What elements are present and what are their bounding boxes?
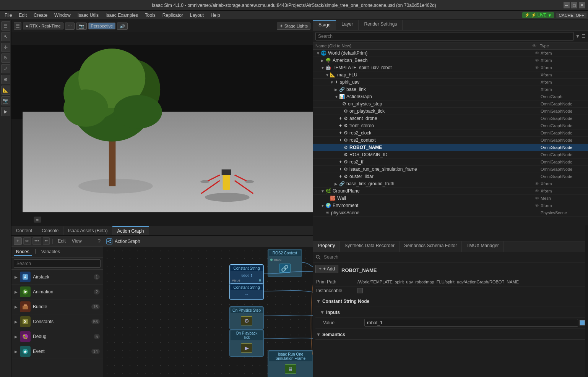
tree-row-ros2ctx[interactable]: + ⚙ ros2_context OmniGraphNode [313,137,588,144]
restore-button[interactable]: □ [571,2,577,8]
menu-replicator[interactable]: Replicator [159,12,186,19]
stage-tab-stage[interactable]: Stage [313,20,336,30]
universal-tool-button[interactable]: ⊕ [1,75,10,84]
category-debug[interactable]: ▶ 🐛 Debug 5 [11,329,103,344]
tree-row-playback[interactable]: ⚙ on_playback_tick OmniGraphNode [313,108,588,115]
value-input[interactable] [364,319,578,327]
graph-edit-label[interactable]: Edit [55,238,68,244]
tree-row-wall[interactable]: 🧱 Wall 👁 Mesh [313,195,588,202]
renderer-button[interactable]: ● RTX - Real-Time [23,23,63,29]
stage-tab-render[interactable]: Render Settings [359,20,403,30]
category-event[interactable]: ▶ Event 14 [11,344,103,359]
tree-row-baselink[interactable]: ▶ 🔗 base_link Xform [313,86,588,93]
node-add-button[interactable]: + [14,237,22,245]
tree-row-robotname[interactable]: ⚙ ROBOT_NAME OmniGraphNode [313,144,588,151]
tree-row-world[interactable]: ▼ 🌐 World (defaultPrim) 👁 Xform [313,50,588,57]
tree-row-ground-truth[interactable]: ▶ 🔗 base_link_ground_truth 👁 Xform [313,180,588,188]
tree-row-ros2tf[interactable]: + ⚙ ros2_tf OmniGraphNode [313,159,588,166]
node-scrollbar[interactable] [585,225,588,377]
node-pencil-button[interactable]: ✏ [23,237,31,245]
menu-isaac-utils[interactable]: Isaac Utils [75,12,102,19]
tree-row-ouster[interactable]: + ⚙ ouster_lidar OmniGraphNode [313,173,588,180]
viewport-options-button[interactable]: ⋯ [65,23,75,30]
ros2-context-node[interactable]: ROS2 Context exec 🔗 [268,249,302,277]
tree-row-isaac-sim[interactable]: + ⚙ isaac_run_one_simulation_frame OmniG… [313,166,588,173]
tab-property[interactable]: Property [313,241,340,252]
help-icon[interactable]: ? [97,238,101,244]
tree-row-map[interactable]: ▼ 📐 map_FLU Xform [313,71,588,79]
tab-content[interactable]: Content [11,227,37,235]
category-animation[interactable]: ▶ Animation 2 [11,285,103,299]
tree-row-actiongraph[interactable]: ▼ 📊 ActionGraph OmniGraph [313,93,588,100]
snap-button[interactable]: 📐 [1,86,10,95]
add-button[interactable]: + + Add [315,265,338,273]
constant-string-node-selected[interactable]: Constant String robot_1 value [229,264,264,285]
tab-nodes[interactable]: Nodes [14,248,32,256]
tab-isaac-assets[interactable]: Isaac Assets (Beta) [63,227,112,235]
constant-string-node-2[interactable]: Constant String ··· [229,283,264,300]
category-constants[interactable]: ▶ X Constants 56 [11,314,103,329]
tab-action-graph[interactable]: Action Graph [112,226,149,235]
audio-button[interactable]: 🔊 [117,23,128,30]
stage-filter-icon[interactable]: ▼ [575,34,580,39]
menu-help[interactable]: Help [208,12,223,19]
isaac-sim-frame-node[interactable]: Isaac Run One Simulation Frame 🖥 [268,350,313,377]
node-search-input[interactable] [14,259,101,268]
minimize-button[interactable]: ─ [564,2,570,8]
menu-file[interactable]: File [2,12,15,19]
category-airstack[interactable]: ▶ A Airstack 1 [11,270,103,285]
menu-window[interactable]: Window [51,12,74,19]
stage-tab-layer[interactable]: Layer [336,20,359,30]
perspective-button[interactable]: Perspective [88,23,115,29]
camera-button[interactable]: 📷 [1,96,10,105]
tree-row-env[interactable]: ▼ 🌍 Environment 👁 Xform [313,202,588,209]
play-button[interactable]: ▶ [1,107,10,116]
tree-row-template[interactable]: ▼ 🤖 TEMPLATE_spirit_uav_robot 👁 Xform [313,64,588,71]
stage-search-input[interactable] [315,32,574,40]
move-tool-button[interactable]: ✛ [1,43,10,52]
semantics-section[interactable]: ▼ Semantics [315,330,586,340]
rotate-tool-button[interactable]: ↻ [1,53,10,63]
stage-lights-button[interactable]: ☀ Stage Lights [277,23,310,30]
tree-row-stereo[interactable]: + ⚙ front_stereo OmniGraphNode [313,122,588,129]
stage-menu-icon[interactable]: ☰ [582,34,586,39]
settings-icon[interactable]: ☰ [1,21,10,31]
category-bundle[interactable]: ▶ Bundle 15 [11,299,103,314]
menu-edit[interactable]: Edit [16,12,30,19]
tab-semantics-schema[interactable]: Semantics Schema Editor [400,241,462,252]
menu-isaac-examples[interactable]: Isaac Examples [102,12,141,19]
constant-string-section[interactable]: ▼ Constant String Node [315,297,586,306]
menu-tools[interactable]: Tools [142,12,159,19]
playback-node[interactable]: On Playback Tick ▶ [229,329,264,357]
property-search-input[interactable] [322,254,586,261]
graph-view-label[interactable]: View [70,238,84,244]
menu-create[interactable]: Create [31,12,50,19]
window-controls[interactable]: ─ □ ✕ [564,2,585,8]
instanceable-checkbox[interactable] [357,288,363,293]
menu-layout[interactable]: Layout [187,12,207,19]
tab-console[interactable]: Console [37,227,63,235]
close-button[interactable]: ✕ [579,2,585,8]
live-badge[interactable]: ⚡ ⚡ LIVE ▼ [522,12,554,18]
tree-row-rosdomain[interactable]: ⚙ ROS_DOMAIN_ID OmniGraphNode [313,151,588,159]
tree-row-spirit[interactable]: ▼ ✈ spirit_uav Xform [313,79,588,86]
inputs-section[interactable]: ▼ Inputs [315,308,586,317]
tab-synthetic-data[interactable]: Synthetic Data Recorder [340,241,400,252]
tree-row-ros2clock[interactable]: + ⚙ ros2_clock OmniGraphNode [313,129,588,137]
tree-row-beech[interactable]: ▶ 🌳 American_Beech 👁 Xform [313,57,588,64]
graph-canvas[interactable]: ROS2 Context exec 🔗 Constant String robo… [103,247,313,377]
tree-row-ground[interactable]: ▼ 🌿 GroundPlane 👁 Xform [313,188,588,195]
viewport-menu-button[interactable]: ☰ [14,22,21,30]
graph-area[interactable]: ActionGraph ROS2 Context exec 🔗 [103,236,313,377]
tree-row-ascent[interactable]: + ⚙ ascent_drone OmniGraphNode [313,115,588,122]
viewport[interactable]: ☰ ● RTX - Real-Time ⋯ 📷 Perspective 🔊 ☀ … [11,20,313,226]
tab-tmux[interactable]: TMUX Manager [462,241,504,252]
node-more-button[interactable]: ••• [32,237,41,245]
scale-tool-button[interactable]: ⤢ [1,64,10,73]
tab-variables[interactable]: Variables [39,248,62,256]
camera-options-button[interactable]: 📷 [76,23,87,30]
tree-row-physics[interactable]: ⚙ on_physics_step OmniGraphNode [313,100,588,108]
select-tool-button[interactable]: ↖ [1,32,10,41]
on-physics-node[interactable]: On Physics Step ⚙ [229,306,264,330]
tree-row-physics-scene[interactable]: ⚛ physicsScene PhysicsScene [313,209,588,217]
